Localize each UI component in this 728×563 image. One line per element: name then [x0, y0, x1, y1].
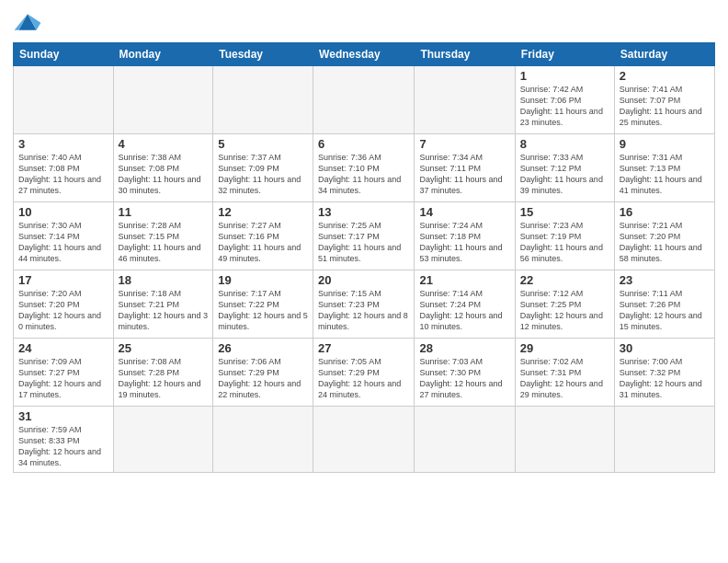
day-number: 12 [218, 205, 308, 219]
calendar-row-2: 10Sunrise: 7:30 AM Sunset: 7:14 PM Dayli… [14, 202, 715, 270]
day-number: 18 [119, 273, 209, 287]
calendar-cell: 26Sunrise: 7:06 AM Sunset: 7:29 PM Dayli… [213, 339, 313, 407]
day-number: 29 [520, 341, 609, 355]
calendar-cell: 10Sunrise: 7:30 AM Sunset: 7:14 PM Dayli… [14, 202, 114, 270]
day-info: Sunrise: 7:41 AM Sunset: 7:07 PM Dayligh… [620, 84, 710, 129]
day-info: Sunrise: 7:21 AM Sunset: 7:20 PM Dayligh… [620, 220, 710, 265]
day-info: Sunrise: 7:31 AM Sunset: 7:13 PM Dayligh… [620, 152, 710, 197]
day-number: 16 [620, 205, 710, 219]
calendar-cell [213, 407, 313, 473]
calendar-cell: 29Sunrise: 7:02 AM Sunset: 7:31 PM Dayli… [515, 339, 614, 407]
day-info: Sunrise: 7:03 AM Sunset: 7:30 PM Dayligh… [419, 356, 509, 401]
calendar-cell: 19Sunrise: 7:17 AM Sunset: 7:22 PM Dayli… [213, 270, 313, 339]
day-number: 7 [419, 137, 509, 151]
calendar-cell: 8Sunrise: 7:33 AM Sunset: 7:12 PM Daylig… [515, 134, 614, 202]
day-info: Sunrise: 7:59 AM Sunset: 8:33 PM Dayligh… [18, 424, 108, 469]
day-number: 23 [620, 273, 710, 287]
calendar-cell: 11Sunrise: 7:28 AM Sunset: 7:15 PM Dayli… [113, 202, 213, 270]
day-info: Sunrise: 7:28 AM Sunset: 7:15 PM Dayligh… [119, 220, 209, 265]
calendar-cell: 21Sunrise: 7:14 AM Sunset: 7:24 PM Dayli… [415, 270, 515, 339]
day-info: Sunrise: 7:33 AM Sunset: 7:12 PM Dayligh… [520, 152, 609, 197]
logo-icon [13, 9, 42, 35]
day-number: 10 [18, 205, 108, 219]
day-info: Sunrise: 7:40 AM Sunset: 7:08 PM Dayligh… [18, 152, 108, 197]
calendar-cell [515, 407, 614, 473]
calendar-row-1: 3Sunrise: 7:40 AM Sunset: 7:08 PM Daylig… [14, 134, 715, 202]
day-info: Sunrise: 7:11 AM Sunset: 7:26 PM Dayligh… [620, 288, 710, 333]
day-info: Sunrise: 7:37 AM Sunset: 7:09 PM Dayligh… [218, 152, 308, 197]
calendar-cell: 18Sunrise: 7:18 AM Sunset: 7:21 PM Dayli… [113, 270, 213, 339]
weekday-header-monday: Monday [113, 43, 213, 66]
day-info: Sunrise: 7:18 AM Sunset: 7:21 PM Dayligh… [119, 288, 209, 333]
calendar-cell: 20Sunrise: 7:15 AM Sunset: 7:23 PM Dayli… [313, 270, 415, 339]
day-number: 2 [620, 69, 710, 83]
calendar-cell [415, 66, 515, 134]
day-info: Sunrise: 7:02 AM Sunset: 7:31 PM Dayligh… [520, 356, 609, 401]
day-number: 3 [18, 137, 108, 151]
day-number: 1 [520, 69, 609, 83]
calendar-cell: 1Sunrise: 7:42 AM Sunset: 7:06 PM Daylig… [515, 66, 614, 134]
day-number: 17 [18, 273, 108, 287]
calendar-row-5: 31Sunrise: 7:59 AM Sunset: 8:33 PM Dayli… [14, 407, 715, 473]
calendar-cell: 22Sunrise: 7:12 AM Sunset: 7:25 PM Dayli… [515, 270, 614, 339]
day-number: 9 [620, 137, 710, 151]
day-number: 19 [218, 273, 308, 287]
day-number: 14 [419, 205, 509, 219]
calendar-cell: 28Sunrise: 7:03 AM Sunset: 7:30 PM Dayli… [415, 339, 515, 407]
weekday-header-tuesday: Tuesday [213, 43, 313, 66]
day-number: 30 [620, 341, 710, 355]
weekday-header-wednesday: Wednesday [313, 43, 415, 66]
calendar-cell: 12Sunrise: 7:27 AM Sunset: 7:16 PM Dayli… [213, 202, 313, 270]
calendar-cell: 30Sunrise: 7:00 AM Sunset: 7:32 PM Dayli… [614, 339, 714, 407]
day-number: 22 [520, 273, 609, 287]
day-number: 11 [119, 205, 209, 219]
calendar-row-3: 17Sunrise: 7:20 AM Sunset: 7:20 PM Dayli… [14, 270, 715, 339]
weekday-header-saturday: Saturday [614, 43, 714, 66]
day-info: Sunrise: 7:20 AM Sunset: 7:20 PM Dayligh… [18, 288, 108, 333]
day-number: 28 [419, 341, 509, 355]
calendar-cell: 16Sunrise: 7:21 AM Sunset: 7:20 PM Dayli… [614, 202, 714, 270]
logo [13, 9, 46, 35]
page: SundayMondayTuesdayWednesdayThursdayFrid… [0, 0, 728, 563]
day-info: Sunrise: 7:27 AM Sunset: 7:16 PM Dayligh… [218, 220, 308, 265]
calendar-cell [113, 66, 213, 134]
weekday-header-thursday: Thursday [415, 43, 515, 66]
calendar-cell: 31Sunrise: 7:59 AM Sunset: 8:33 PM Dayli… [14, 407, 114, 473]
calendar-row-0: 1Sunrise: 7:42 AM Sunset: 7:06 PM Daylig… [14, 66, 715, 134]
calendar-cell: 9Sunrise: 7:31 AM Sunset: 7:13 PM Daylig… [614, 134, 714, 202]
weekday-header-sunday: Sunday [14, 43, 114, 66]
calendar-cell: 15Sunrise: 7:23 AM Sunset: 7:19 PM Dayli… [515, 202, 614, 270]
calendar-cell: 27Sunrise: 7:05 AM Sunset: 7:29 PM Dayli… [313, 339, 415, 407]
day-info: Sunrise: 7:15 AM Sunset: 7:23 PM Dayligh… [318, 288, 409, 333]
day-number: 4 [119, 137, 209, 151]
day-number: 21 [419, 273, 509, 287]
day-info: Sunrise: 7:24 AM Sunset: 7:18 PM Dayligh… [419, 220, 509, 265]
weekday-header-row: SundayMondayTuesdayWednesdayThursdayFrid… [14, 43, 715, 66]
calendar-cell: 5Sunrise: 7:37 AM Sunset: 7:09 PM Daylig… [213, 134, 313, 202]
day-number: 8 [520, 137, 609, 151]
calendar-cell: 6Sunrise: 7:36 AM Sunset: 7:10 PM Daylig… [313, 134, 415, 202]
calendar-cell: 2Sunrise: 7:41 AM Sunset: 7:07 PM Daylig… [614, 66, 714, 134]
calendar-table: SundayMondayTuesdayWednesdayThursdayFrid… [13, 42, 715, 473]
calendar-cell [415, 407, 515, 473]
day-number: 31 [18, 409, 108, 423]
calendar-cell: 13Sunrise: 7:25 AM Sunset: 7:17 PM Dayli… [313, 202, 415, 270]
day-info: Sunrise: 7:30 AM Sunset: 7:14 PM Dayligh… [18, 220, 108, 265]
calendar-cell [113, 407, 213, 473]
day-number: 24 [18, 341, 108, 355]
calendar-cell: 24Sunrise: 7:09 AM Sunset: 7:27 PM Dayli… [14, 339, 114, 407]
calendar-cell: 3Sunrise: 7:40 AM Sunset: 7:08 PM Daylig… [14, 134, 114, 202]
calendar-cell: 14Sunrise: 7:24 AM Sunset: 7:18 PM Dayli… [415, 202, 515, 270]
day-info: Sunrise: 7:12 AM Sunset: 7:25 PM Dayligh… [520, 288, 609, 333]
day-info: Sunrise: 7:42 AM Sunset: 7:06 PM Dayligh… [520, 84, 609, 129]
day-number: 27 [318, 341, 409, 355]
header [13, 9, 715, 35]
calendar-cell [313, 66, 415, 134]
day-number: 26 [218, 341, 308, 355]
day-info: Sunrise: 7:09 AM Sunset: 7:27 PM Dayligh… [18, 356, 108, 401]
day-info: Sunrise: 7:00 AM Sunset: 7:32 PM Dayligh… [620, 356, 710, 401]
day-info: Sunrise: 7:38 AM Sunset: 7:08 PM Dayligh… [119, 152, 209, 197]
day-number: 25 [119, 341, 209, 355]
day-number: 6 [318, 137, 409, 151]
calendar-cell: 7Sunrise: 7:34 AM Sunset: 7:11 PM Daylig… [415, 134, 515, 202]
